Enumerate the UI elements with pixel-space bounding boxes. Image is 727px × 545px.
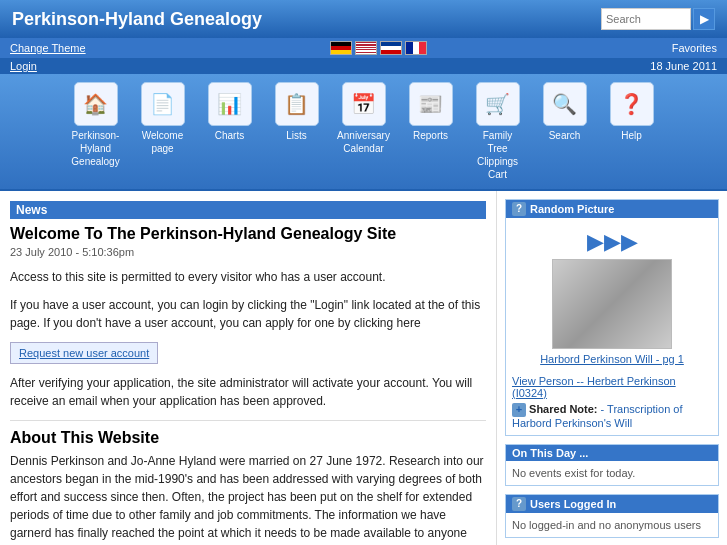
- subheader: Change Theme Favorites: [0, 38, 727, 58]
- flag-us[interactable]: [355, 41, 377, 55]
- random-picture-container: ▶▶▶ Harbord Perkinson Will - pg 1: [512, 224, 712, 375]
- picture-thumbnail[interactable]: [552, 259, 672, 349]
- question-icon-users: ?: [512, 497, 526, 511]
- nav-icon-lists: 📋: [275, 82, 319, 126]
- nav-item-lists[interactable]: 📋Lists: [269, 82, 324, 142]
- on-this-day-title: On This Day ...: [512, 447, 588, 459]
- nav-icon-home: 🏠: [74, 82, 118, 126]
- flag-french[interactable]: [405, 41, 427, 55]
- nav-label-family-tree: Family Tree Clippings Cart: [477, 129, 518, 181]
- nav-label-home: Perkinson- Hyland Genealogy: [71, 129, 119, 168]
- random-picture-body: ▶▶▶ Harbord Perkinson Will - pg 1 View P…: [506, 218, 718, 435]
- nav-item-welcome[interactable]: 📄Welcome page: [135, 82, 190, 155]
- nav-icon-welcome: 📄: [141, 82, 185, 126]
- nav-label-charts: Charts: [215, 129, 244, 142]
- view-person-link[interactable]: View Person -- Herbert Perkinson (I0324): [512, 375, 712, 399]
- picture-image: [553, 260, 671, 348]
- search-bar: ▶: [601, 8, 715, 30]
- nav-item-reports[interactable]: 📰Reports: [403, 82, 458, 142]
- change-theme-link[interactable]: Change Theme: [10, 42, 86, 54]
- nav-label-welcome: Welcome page: [142, 129, 184, 155]
- nav-item-home[interactable]: 🏠Perkinson- Hyland Genealogy: [68, 82, 123, 168]
- random-picture-section: ? Random Picture ▶▶▶ Harbord Perkinson W…: [505, 199, 719, 436]
- news-para-1: Access to this site is permitted to ever…: [10, 268, 486, 286]
- nav-label-search: Search: [549, 129, 581, 142]
- nav-label-help: Help: [621, 129, 642, 142]
- random-picture-title: Random Picture: [530, 203, 614, 215]
- left-panel: News Welcome To The Perkinson-Hyland Gen…: [0, 191, 497, 545]
- picture-caption[interactable]: Harbord Perkinson Will - pg 1: [517, 353, 707, 365]
- nav-icon-charts: 📊: [208, 82, 252, 126]
- main-content: News Welcome To The Perkinson-Hyland Gen…: [0, 191, 727, 545]
- about-text: Dennis Perkinson and Jo-Anne Hyland were…: [10, 452, 486, 545]
- nav-label-reports: Reports: [413, 129, 448, 142]
- nav-label-lists: Lists: [286, 129, 307, 142]
- news-para-3: After verifying your application, the si…: [10, 374, 486, 410]
- navbar: 🏠Perkinson- Hyland Genealogy📄Welcome pag…: [0, 74, 727, 191]
- request-account-link[interactable]: Request new user account: [10, 342, 158, 364]
- flags-bar: [330, 41, 427, 55]
- users-logged-in-title: Users Logged In: [530, 498, 616, 510]
- app-title: Perkinson-Hyland Genealogy: [12, 9, 262, 30]
- nav-item-family-tree[interactable]: 🛒Family Tree Clippings Cart: [470, 82, 525, 181]
- search-button[interactable]: ▶: [693, 8, 715, 30]
- nav-icon-anniversary: 📅: [342, 82, 386, 126]
- app-header: Perkinson-Hyland Genealogy ▶: [0, 0, 727, 38]
- news-para-2: If you have a user account, you can logi…: [10, 296, 486, 332]
- plus-icon[interactable]: +: [512, 403, 526, 417]
- login-link[interactable]: Login: [10, 60, 37, 72]
- nav-icon-help: ❓: [610, 82, 654, 126]
- random-picture-header: ? Random Picture: [506, 200, 718, 218]
- forward-arrows[interactable]: ▶▶▶: [517, 229, 707, 255]
- shared-note: + Shared Note: - Transcription of Harbor…: [512, 403, 712, 429]
- on-this-day-header: On This Day ...: [506, 445, 718, 461]
- nav-item-help[interactable]: ❓Help: [604, 82, 659, 142]
- nav-item-anniversary[interactable]: 📅Anniversary Calendar: [336, 82, 391, 155]
- about-title: About This Website: [10, 420, 486, 447]
- date-display: 18 June 2011: [650, 60, 717, 72]
- login-bar: Login 18 June 2011: [0, 58, 727, 74]
- question-icon: ?: [512, 202, 526, 216]
- nav-item-charts[interactable]: 📊Charts: [202, 82, 257, 142]
- nav-icon-family-tree: 🛒: [476, 82, 520, 126]
- shared-note-label: Shared Note:: [529, 403, 597, 415]
- users-logged-in-body: No logged-in and no anonymous users: [506, 513, 718, 537]
- nav-item-search[interactable]: 🔍Search: [537, 82, 592, 142]
- users-logged-in-section: ? Users Logged In No logged-in and no an…: [505, 494, 719, 538]
- nav-icons: 🏠Perkinson- Hyland Genealogy📄Welcome pag…: [5, 82, 722, 181]
- on-this-day-body: No events exist for today.: [506, 461, 718, 485]
- nav-label-anniversary: Anniversary Calendar: [337, 129, 390, 155]
- right-panel: ? Random Picture ▶▶▶ Harbord Perkinson W…: [497, 191, 727, 545]
- favorites-link[interactable]: Favorites: [672, 42, 717, 54]
- nav-icon-reports: 📰: [409, 82, 453, 126]
- nav-icon-search: 🔍: [543, 82, 587, 126]
- welcome-date: 23 July 2010 - 5:10:36pm: [10, 246, 486, 258]
- news-section-header: News: [10, 201, 486, 219]
- users-logged-in-header: ? Users Logged In: [506, 495, 718, 513]
- on-this-day-section: On This Day ... No events exist for toda…: [505, 444, 719, 486]
- flag-german[interactable]: [330, 41, 352, 55]
- welcome-title: Welcome To The Perkinson-Hyland Genealog…: [10, 225, 486, 243]
- flag-other1[interactable]: [380, 41, 402, 55]
- search-input[interactable]: [601, 8, 691, 30]
